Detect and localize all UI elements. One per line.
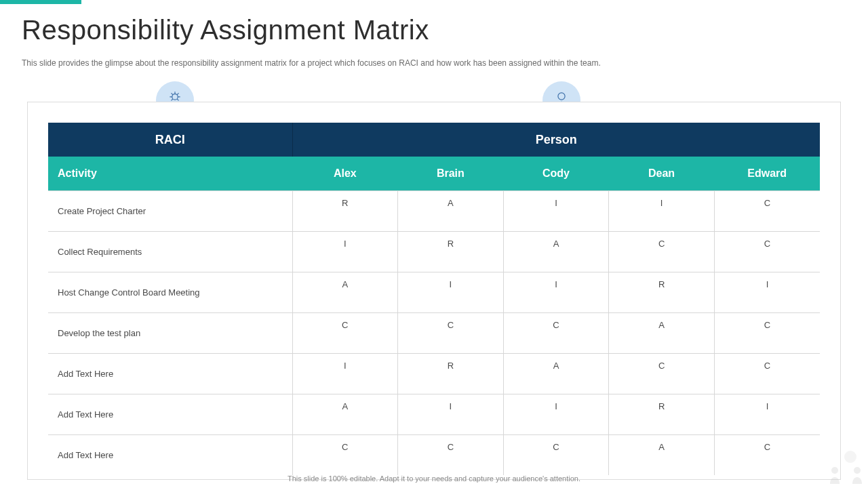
accent-bar: [0, 0, 81, 4]
svg-point-2: [558, 93, 565, 100]
raci-cell: A: [503, 353, 609, 394]
table-row: Add Text Here C C C A C: [48, 434, 820, 475]
raci-cell: A: [292, 394, 398, 434]
raci-cell: C: [714, 353, 820, 394]
raci-cell: R: [609, 394, 715, 434]
raci-cell: I: [714, 394, 820, 434]
activity-cell: Develop the test plan: [48, 312, 292, 353]
raci-cell: I: [292, 353, 398, 394]
raci-cell: I: [398, 272, 504, 312]
activity-cell: Host Change Control Board Meeting: [48, 272, 292, 312]
activity-cell: Collect Requirements: [48, 231, 292, 272]
raci-cell: C: [292, 434, 398, 475]
raci-table: RACI Person Activity Alex Brain Cody Dea…: [48, 123, 820, 475]
table-row: Collect Requirements I R A C C: [48, 231, 820, 272]
table-row: Create Project Charter R A I I C: [48, 190, 820, 231]
page-subtitle: This slide provides the glimpse about th…: [22, 58, 601, 68]
col-person-0: Alex: [292, 157, 398, 190]
activity-cell: Add Text Here: [48, 434, 292, 475]
raci-cell: R: [398, 231, 504, 272]
raci-cell: A: [292, 272, 398, 312]
raci-cell: I: [714, 272, 820, 312]
raci-cell: C: [398, 434, 504, 475]
raci-cell: I: [609, 190, 715, 231]
raci-cell: R: [609, 272, 715, 312]
raci-cell: C: [714, 312, 820, 353]
raci-cell: C: [609, 231, 715, 272]
raci-cell: C: [714, 190, 820, 231]
col-person-2: Cody: [503, 157, 609, 190]
table-row: Add Text Here A I I R I: [48, 394, 820, 434]
people-decoration-icon: [825, 447, 865, 484]
svg-point-4: [831, 467, 838, 474]
raci-cell: C: [503, 434, 609, 475]
raci-cell: R: [292, 190, 398, 231]
page-title: Responsibility Assignment Matrix: [22, 15, 429, 45]
activity-cell: Add Text Here: [48, 353, 292, 394]
raci-cell: I: [503, 394, 609, 434]
raci-cell: C: [503, 312, 609, 353]
header-person: Person: [292, 123, 820, 157]
raci-cell: A: [398, 190, 504, 231]
raci-cell: C: [714, 434, 820, 475]
raci-cell: C: [292, 312, 398, 353]
raci-cell: I: [503, 272, 609, 312]
svg-point-3: [844, 451, 856, 463]
header-raci: RACI: [48, 123, 292, 157]
activity-cell: Add Text Here: [48, 394, 292, 434]
raci-cell: I: [503, 190, 609, 231]
table-row: Add Text Here I R A C C: [48, 353, 820, 394]
raci-cell: A: [609, 312, 715, 353]
raci-cell: C: [398, 312, 504, 353]
table-row: Host Change Control Board Meeting A I I …: [48, 272, 820, 312]
raci-cell: R: [398, 353, 504, 394]
table-header-groups: RACI Person: [48, 123, 820, 157]
table-row: Develop the test plan C C C A C: [48, 312, 820, 353]
raci-cell: A: [503, 231, 609, 272]
activity-cell: Create Project Charter: [48, 190, 292, 231]
table-header-columns: Activity Alex Brain Cody Dean Edward: [48, 157, 820, 190]
footer-note: This slide is 100% editable. Adapt it to…: [0, 474, 868, 483]
col-activity: Activity: [48, 157, 292, 190]
col-person-3: Dean: [609, 157, 715, 190]
raci-cell: C: [609, 353, 715, 394]
raci-cell: I: [398, 394, 504, 434]
col-person-1: Brain: [398, 157, 504, 190]
raci-table-container: RACI Person Activity Alex Brain Cody Dea…: [27, 102, 841, 480]
raci-cell: I: [292, 231, 398, 272]
raci-cell: C: [714, 231, 820, 272]
col-person-4: Edward: [714, 157, 820, 190]
raci-cell: A: [609, 434, 715, 475]
svg-point-5: [854, 467, 861, 474]
